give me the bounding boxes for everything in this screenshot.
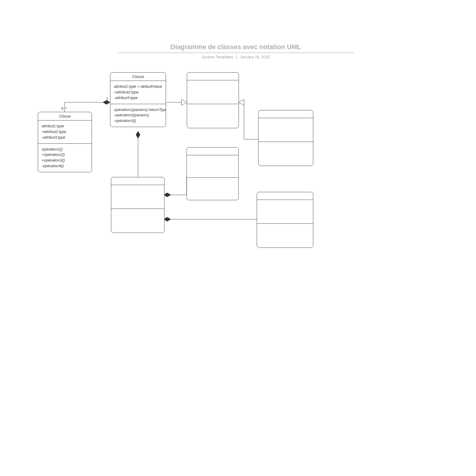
class-operations: [187, 178, 238, 200]
class-operations: [111, 209, 164, 233]
class-attributes: attribut1:type +attribut2:type -attribut…: [38, 120, 92, 144]
svg-marker-1: [181, 99, 187, 105]
class-attributes: [187, 80, 239, 104]
class-box-c5[interactable]: [187, 147, 239, 200]
class-name: [257, 192, 313, 200]
class-name: [187, 148, 238, 155]
svg-marker-5: [164, 217, 171, 221]
svg-marker-4: [164, 193, 171, 197]
class-operations: [259, 142, 313, 166]
class-box-c4[interactable]: [258, 110, 313, 166]
diagram-canvas: C3 : line from C2 right to hollow triang…: [0, 0, 476, 476]
svg-marker-2: [239, 99, 244, 105]
class-box-c6[interactable]: [111, 177, 165, 233]
class-attributes: [187, 155, 238, 178]
multiplicity-one: 1: [106, 97, 108, 101]
class-box-c1[interactable]: Classe attribut1:type +attribut2:type -a…: [38, 112, 92, 172]
class-box-c7[interactable]: [257, 192, 313, 248]
class-operations: opération1() +opération2() +opération3()…: [38, 144, 92, 172]
class-attributes: attribut1:type = defaultValue +attribut2…: [110, 81, 166, 104]
connectors: C3 : line from C2 right to hollow triang…: [0, 0, 476, 476]
class-attributes: [259, 118, 313, 142]
class-box-c2[interactable]: Classe attribut1:type = defaultValue +at…: [110, 72, 166, 127]
class-box-c3[interactable]: [187, 72, 239, 128]
class-name: [259, 110, 313, 118]
class-operations: [257, 224, 313, 248]
svg-marker-3: [136, 131, 140, 138]
class-operations: opération1(params):returnType -opération…: [110, 104, 166, 127]
multiplicity-many: 0..*: [61, 107, 67, 111]
class-name: Classe: [110, 73, 166, 81]
class-attributes: [257, 200, 313, 224]
class-name: Classe: [38, 112, 92, 120]
class-name: [111, 177, 164, 185]
class-name: [187, 73, 239, 80]
class-operations: [187, 104, 239, 128]
svg-marker-0: [103, 100, 110, 104]
class-attributes: [111, 185, 164, 209]
